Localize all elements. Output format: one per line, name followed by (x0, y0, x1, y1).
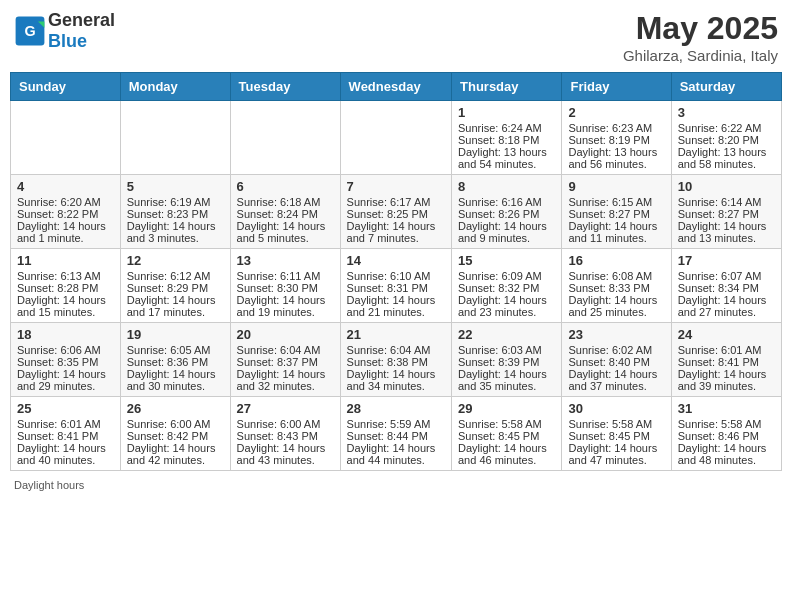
cell-daylight: Daylight: 14 hours and 47 minutes. (568, 442, 664, 466)
cell-sunrise: Sunrise: 6:22 AM (678, 122, 775, 134)
cell-sunset: Sunset: 8:20 PM (678, 134, 775, 146)
calendar-cell: 3Sunrise: 6:22 AMSunset: 8:20 PMDaylight… (671, 101, 781, 175)
cell-sunset: Sunset: 8:27 PM (678, 208, 775, 220)
cell-sunrise: Sunrise: 6:16 AM (458, 196, 555, 208)
cell-daylight: Daylight: 14 hours and 40 minutes. (17, 442, 114, 466)
cell-date: 2 (568, 105, 664, 120)
cell-date: 3 (678, 105, 775, 120)
calendar-cell: 27Sunrise: 6:00 AMSunset: 8:43 PMDayligh… (230, 397, 340, 471)
cell-sunset: Sunset: 8:43 PM (237, 430, 334, 442)
calendar-cell: 16Sunrise: 6:08 AMSunset: 8:33 PMDayligh… (562, 249, 671, 323)
cell-sunrise: Sunrise: 6:04 AM (347, 344, 445, 356)
cell-sunset: Sunset: 8:26 PM (458, 208, 555, 220)
title-block: May 2025 Ghilarza, Sardinia, Italy (623, 10, 778, 64)
cell-sunrise: Sunrise: 5:58 AM (678, 418, 775, 430)
cell-sunrise: Sunrise: 6:00 AM (237, 418, 334, 430)
calendar-cell: 19Sunrise: 6:05 AMSunset: 8:36 PMDayligh… (120, 323, 230, 397)
cell-daylight: Daylight: 14 hours and 30 minutes. (127, 368, 224, 392)
logo: G General Blue (14, 10, 115, 52)
page-header: G General Blue May 2025 Ghilarza, Sardin… (10, 10, 782, 64)
cell-daylight: Daylight: 14 hours and 35 minutes. (458, 368, 555, 392)
cell-sunrise: Sunrise: 6:14 AM (678, 196, 775, 208)
cell-daylight: Daylight: 14 hours and 15 minutes. (17, 294, 114, 318)
cell-daylight: Daylight: 14 hours and 11 minutes. (568, 220, 664, 244)
cell-sunset: Sunset: 8:46 PM (678, 430, 775, 442)
cell-sunrise: Sunrise: 5:59 AM (347, 418, 445, 430)
cell-sunrise: Sunrise: 6:04 AM (237, 344, 334, 356)
cell-daylight: Daylight: 14 hours and 46 minutes. (458, 442, 555, 466)
calendar-cell: 2Sunrise: 6:23 AMSunset: 8:19 PMDaylight… (562, 101, 671, 175)
calendar-cell: 13Sunrise: 6:11 AMSunset: 8:30 PMDayligh… (230, 249, 340, 323)
cell-date: 21 (347, 327, 445, 342)
calendar-cell: 6Sunrise: 6:18 AMSunset: 8:24 PMDaylight… (230, 175, 340, 249)
calendar-week-4: 18Sunrise: 6:06 AMSunset: 8:35 PMDayligh… (11, 323, 782, 397)
cell-date: 18 (17, 327, 114, 342)
cell-sunset: Sunset: 8:35 PM (17, 356, 114, 368)
cell-date: 19 (127, 327, 224, 342)
cell-sunset: Sunset: 8:36 PM (127, 356, 224, 368)
cell-sunset: Sunset: 8:32 PM (458, 282, 555, 294)
cell-daylight: Daylight: 14 hours and 27 minutes. (678, 294, 775, 318)
cell-sunrise: Sunrise: 5:58 AM (458, 418, 555, 430)
cell-date: 20 (237, 327, 334, 342)
cell-date: 10 (678, 179, 775, 194)
cell-daylight: Daylight: 14 hours and 3 minutes. (127, 220, 224, 244)
cell-sunrise: Sunrise: 6:20 AM (17, 196, 114, 208)
calendar-cell (230, 101, 340, 175)
cell-date: 16 (568, 253, 664, 268)
cell-date: 13 (237, 253, 334, 268)
cell-sunrise: Sunrise: 6:17 AM (347, 196, 445, 208)
calendar-cell: 30Sunrise: 5:58 AMSunset: 8:45 PMDayligh… (562, 397, 671, 471)
cell-daylight: Daylight: 14 hours and 37 minutes. (568, 368, 664, 392)
calendar-cell: 12Sunrise: 6:12 AMSunset: 8:29 PMDayligh… (120, 249, 230, 323)
calendar-cell: 23Sunrise: 6:02 AMSunset: 8:40 PMDayligh… (562, 323, 671, 397)
cell-sunset: Sunset: 8:18 PM (458, 134, 555, 146)
calendar-week-3: 11Sunrise: 6:13 AMSunset: 8:28 PMDayligh… (11, 249, 782, 323)
cell-sunset: Sunset: 8:41 PM (17, 430, 114, 442)
cell-daylight: Daylight: 13 hours and 56 minutes. (568, 146, 664, 170)
cell-sunrise: Sunrise: 6:23 AM (568, 122, 664, 134)
calendar-cell (120, 101, 230, 175)
cell-sunrise: Sunrise: 6:18 AM (237, 196, 334, 208)
cell-sunset: Sunset: 8:30 PM (237, 282, 334, 294)
cell-sunset: Sunset: 8:25 PM (347, 208, 445, 220)
cell-sunrise: Sunrise: 6:08 AM (568, 270, 664, 282)
calendar-cell: 22Sunrise: 6:03 AMSunset: 8:39 PMDayligh… (452, 323, 562, 397)
cell-sunrise: Sunrise: 6:01 AM (17, 418, 114, 430)
cell-daylight: Daylight: 14 hours and 5 minutes. (237, 220, 334, 244)
cell-sunset: Sunset: 8:45 PM (458, 430, 555, 442)
calendar-cell: 25Sunrise: 6:01 AMSunset: 8:41 PMDayligh… (11, 397, 121, 471)
calendar-cell: 21Sunrise: 6:04 AMSunset: 8:38 PMDayligh… (340, 323, 451, 397)
day-header-saturday: Saturday (671, 73, 781, 101)
cell-date: 5 (127, 179, 224, 194)
logo-general-text: General (48, 10, 115, 30)
cell-daylight: Daylight: 14 hours and 17 minutes. (127, 294, 224, 318)
cell-date: 14 (347, 253, 445, 268)
cell-sunrise: Sunrise: 6:06 AM (17, 344, 114, 356)
day-header-wednesday: Wednesday (340, 73, 451, 101)
cell-date: 22 (458, 327, 555, 342)
cell-daylight: Daylight: 14 hours and 19 minutes. (237, 294, 334, 318)
cell-date: 24 (678, 327, 775, 342)
calendar-cell: 1Sunrise: 6:24 AMSunset: 8:18 PMDaylight… (452, 101, 562, 175)
footer: Daylight hours (10, 479, 782, 491)
calendar-cell: 4Sunrise: 6:20 AMSunset: 8:22 PMDaylight… (11, 175, 121, 249)
daylight-label: Daylight hours (14, 479, 84, 491)
calendar-cell: 20Sunrise: 6:04 AMSunset: 8:37 PMDayligh… (230, 323, 340, 397)
cell-date: 28 (347, 401, 445, 416)
cell-sunrise: Sunrise: 6:05 AM (127, 344, 224, 356)
cell-daylight: Daylight: 14 hours and 48 minutes. (678, 442, 775, 466)
calendar-cell (11, 101, 121, 175)
cell-daylight: Daylight: 14 hours and 25 minutes. (568, 294, 664, 318)
calendar-header-row: SundayMondayTuesdayWednesdayThursdayFrid… (11, 73, 782, 101)
cell-sunset: Sunset: 8:37 PM (237, 356, 334, 368)
day-header-friday: Friday (562, 73, 671, 101)
day-header-tuesday: Tuesday (230, 73, 340, 101)
cell-date: 7 (347, 179, 445, 194)
cell-sunset: Sunset: 8:42 PM (127, 430, 224, 442)
cell-daylight: Daylight: 14 hours and 23 minutes. (458, 294, 555, 318)
calendar-cell: 8Sunrise: 6:16 AMSunset: 8:26 PMDaylight… (452, 175, 562, 249)
cell-date: 17 (678, 253, 775, 268)
cell-date: 12 (127, 253, 224, 268)
calendar-week-2: 4Sunrise: 6:20 AMSunset: 8:22 PMDaylight… (11, 175, 782, 249)
